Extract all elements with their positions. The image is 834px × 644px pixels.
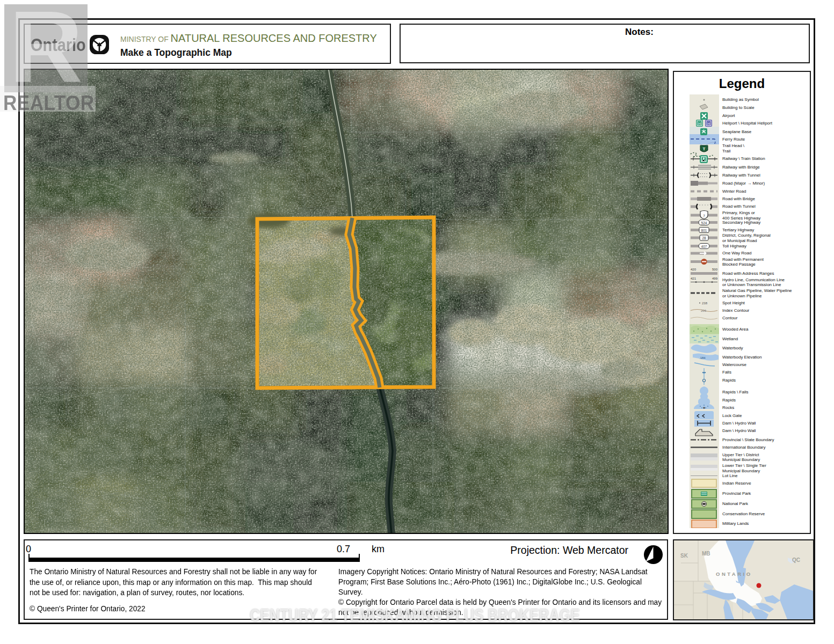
svg-text:524: 524 xyxy=(701,221,707,225)
svg-text:H: H xyxy=(707,122,710,126)
svg-text:420: 420 xyxy=(691,268,697,271)
svg-text:499: 499 xyxy=(712,277,718,280)
svg-text:QC: QC xyxy=(792,557,800,563)
svg-text:MB: MB xyxy=(702,551,710,557)
svg-text:.184: .184 xyxy=(699,356,706,360)
svg-text:H: H xyxy=(698,122,701,126)
svg-text:238: 238 xyxy=(702,302,708,305)
svg-text:SK: SK xyxy=(680,553,688,559)
svg-text:ONTARIO: ONTARIO xyxy=(716,571,752,577)
svg-text:T: T xyxy=(703,147,706,151)
svg-text:500: 500 xyxy=(712,268,718,271)
svg-text:7: 7 xyxy=(703,214,705,218)
svg-text:206: 206 xyxy=(701,309,707,312)
svg-text:421: 421 xyxy=(691,277,697,280)
svg-text:801: 801 xyxy=(701,229,707,232)
svg-text:28: 28 xyxy=(702,236,706,240)
svg-text:407: 407 xyxy=(701,245,707,248)
